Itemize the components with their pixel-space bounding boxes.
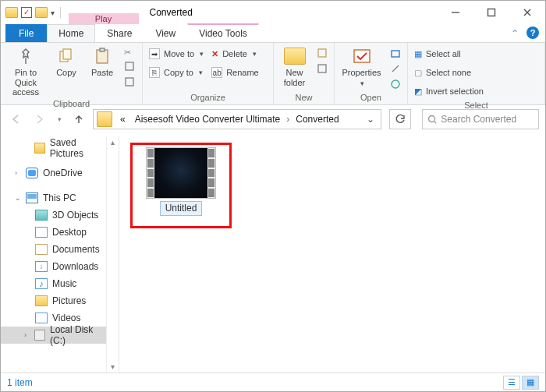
minimize-button[interactable] [438, 1, 473, 24]
tab-view[interactable]: View [144, 24, 187, 42]
navigation-tree: Saved Pictures ›OneDrive ⌄This PC 3D Obj… [1, 136, 106, 373]
contextual-tab-header: Play [69, 1, 139, 24]
svg-rect-13 [354, 50, 370, 62]
content-pane[interactable]: Untitled [119, 136, 545, 373]
search-icon [427, 115, 436, 125]
rename-icon: ab [211, 67, 222, 78]
folder-icon [97, 111, 112, 127]
copy-path-icon[interactable] [124, 61, 135, 73]
pin-to-quick-access-button[interactable]: Pin to Quick access [7, 46, 44, 97]
rename-button[interactable]: abRename [211, 65, 259, 80]
delete-icon: ✕ [211, 49, 218, 59]
search-box[interactable] [422, 109, 539, 129]
folder-icon [35, 7, 48, 18]
chevron-right-icon[interactable]: › [24, 331, 30, 339]
tree-item-pictures[interactable]: Pictures [1, 292, 106, 309]
select-none-icon: ▢ [414, 68, 422, 78]
close-button[interactable] [509, 1, 545, 24]
tree-item-music[interactable]: ♪Music [1, 275, 106, 292]
invert-selection-icon: ◩ [414, 87, 422, 97]
chevron-right-icon[interactable]: › [15, 169, 21, 177]
paste-button[interactable]: Paste [88, 46, 116, 78]
search-input[interactable] [441, 114, 534, 125]
paste-shortcut-icon[interactable] [124, 76, 135, 89]
select-none-button[interactable]: ▢Select none [414, 65, 484, 80]
tab-video-tools[interactable]: Video Tools [187, 23, 259, 42]
svg-point-16 [429, 115, 435, 122]
breadcrumb-item[interactable]: Aiseesoft Video Converter Ultimate [130, 114, 285, 125]
invert-selection-button[interactable]: ◩Invert selection [414, 83, 484, 99]
history-icon[interactable] [390, 79, 401, 91]
cube-icon [35, 210, 48, 221]
tree-item-desktop[interactable]: Desktop [1, 224, 106, 241]
downloads-icon [35, 261, 48, 272]
scroll-up-icon[interactable]: ▴ [111, 138, 115, 147]
tree-item-saved-pictures[interactable]: Saved Pictures [1, 139, 106, 157]
tree-item-documents[interactable]: Documents [1, 241, 106, 258]
nav-back-button[interactable] [7, 110, 26, 129]
select-all-button[interactable]: ▦Select all [414, 46, 484, 62]
properties-qat-icon[interactable]: ✓ [21, 7, 32, 18]
tab-home[interactable]: Home [47, 24, 95, 42]
tree-item-downloads[interactable]: Downloads [1, 258, 106, 275]
status-item-count: 1 item [7, 377, 33, 388]
tree-item-3d-objects[interactable]: 3D Objects [1, 207, 106, 224]
onedrive-icon [26, 168, 38, 178]
help-button[interactable]: ? [526, 26, 539, 39]
tree-item-local-disk[interactable]: ›Local Disk (C:) [1, 327, 106, 344]
details-view-button[interactable]: ☰ [503, 376, 520, 390]
icons-view-button[interactable]: ▦ [522, 376, 539, 390]
address-bar[interactable]: « Aiseesoft Video Converter Ultimate › C… [93, 109, 381, 129]
tree-scrollbar[interactable]: ▴▾ [106, 136, 119, 373]
group-label-new: New [274, 91, 334, 104]
select-all-icon: ▦ [414, 49, 422, 59]
svg-line-17 [434, 122, 436, 124]
scroll-down-icon[interactable]: ▾ [111, 362, 115, 371]
copy-button[interactable]: Copy [52, 46, 80, 78]
svg-rect-12 [318, 65, 326, 72]
edit-icon[interactable] [390, 63, 401, 76]
this-pc-icon [26, 192, 38, 203]
file-item[interactable]: Untitled [135, 147, 227, 224]
collapse-ribbon-button[interactable]: ⌃ [506, 28, 523, 42]
cut-icon[interactable]: ✂ [124, 48, 135, 58]
copy-to-button[interactable]: ⎘Copy to▾ [149, 65, 204, 80]
nav-recent-button[interactable]: ▾ [54, 110, 65, 129]
breadcrumb-item[interactable]: Converted [291, 114, 343, 125]
tab-share[interactable]: Share [95, 24, 144, 42]
new-folder-button[interactable]: New folder [280, 46, 309, 87]
properties-icon [349, 46, 374, 66]
pin-icon [13, 46, 38, 66]
tab-file[interactable]: File [5, 24, 47, 42]
tree-item-onedrive[interactable]: ›OneDrive [1, 164, 106, 182]
easy-access-icon[interactable] [317, 63, 328, 76]
file-name-label[interactable]: Untitled [160, 201, 203, 216]
breadcrumb-prefix[interactable]: « [115, 114, 130, 125]
svg-rect-11 [318, 49, 326, 57]
refresh-button[interactable] [389, 109, 411, 129]
delete-button[interactable]: ✕Delete▾ [211, 46, 259, 62]
copy-to-icon: ⎘ [149, 67, 160, 78]
move-to-button[interactable]: ➡Move to▾ [149, 46, 204, 62]
svg-rect-6 [63, 49, 71, 59]
svg-rect-10 [126, 78, 133, 86]
address-dropdown-button[interactable]: ⌄ [360, 114, 381, 125]
group-label-organize: Organize [143, 91, 273, 104]
highlight-frame: Untitled [130, 143, 232, 228]
nav-up-button[interactable] [69, 110, 88, 129]
properties-button[interactable]: Properties ▾ [341, 46, 382, 87]
chevron-right-icon[interactable]: › [285, 114, 291, 125]
new-item-icon[interactable] [317, 48, 328, 60]
nav-forward-button[interactable] [30, 110, 49, 129]
open-icon[interactable] [390, 48, 401, 60]
maximize-button[interactable] [473, 1, 509, 24]
tree-item-this-pc[interactable]: ⌄This PC [1, 189, 106, 207]
chevron-down-icon[interactable]: ⌄ [15, 194, 21, 202]
group-label-open: Open [335, 91, 407, 104]
folder-icon [34, 143, 45, 154]
filmstrip-icon [147, 148, 154, 198]
documents-icon [35, 244, 48, 255]
qat-chevron-icon[interactable]: ▾ [51, 9, 55, 17]
videos-icon [35, 313, 48, 323]
paste-icon [90, 46, 115, 66]
